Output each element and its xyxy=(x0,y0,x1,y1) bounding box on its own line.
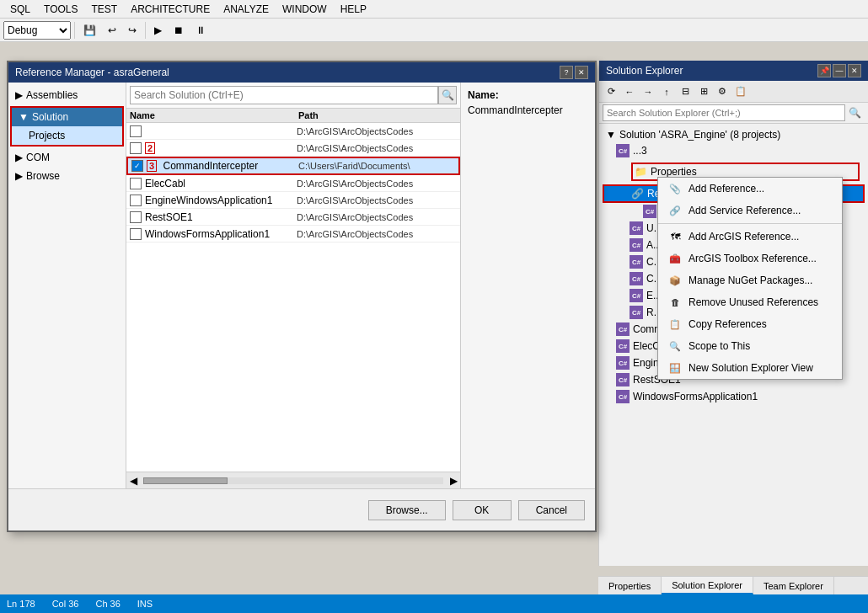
se-collapse-btn[interactable]: ⊟ xyxy=(677,83,694,100)
toolbar-save-btn[interactable]: 💾 xyxy=(78,23,101,38)
se-expand-btn[interactable]: ⊞ xyxy=(695,83,712,100)
ctx-remove-label: Remove Unused References xyxy=(689,296,818,308)
list-item[interactable]: RestSOE1 D:\ArcGIS\ArcObjectsCodes xyxy=(126,209,460,226)
ctx-copy-references[interactable]: 📋 Copy References xyxy=(658,313,842,335)
ref-icon: 🔗 xyxy=(631,188,644,200)
se-solution-label: ▼ Solution 'ASRA_Engine' (8 projects) xyxy=(603,127,865,142)
toolbar-start-btn[interactable]: ▶ xyxy=(149,23,167,38)
se-props-btn[interactable]: ⚙ xyxy=(714,83,731,100)
dialog-help-btn[interactable]: ? xyxy=(560,66,573,79)
search-input[interactable] xyxy=(130,86,438,104)
se-search-input[interactable] xyxy=(603,104,845,121)
search-btn[interactable]: 🔍 xyxy=(438,86,457,104)
menu-help[interactable]: HELP xyxy=(334,2,373,17)
tab-team-explorer[interactable]: Team Explorer xyxy=(753,577,834,594)
scroll-left-btn[interactable]: ◀ xyxy=(126,475,140,487)
toolbar-pause-btn[interactable]: ⏸ xyxy=(190,23,211,38)
ctx-scope-to-this[interactable]: 🔍 Scope to This xyxy=(658,335,842,357)
checkbox-3[interactable] xyxy=(131,160,143,172)
ok-button[interactable]: OK xyxy=(453,500,512,520)
se-winforms-item[interactable]: C# WindowsFormsApplication1 xyxy=(603,388,865,405)
scroll-right-btn[interactable]: ▶ xyxy=(447,475,460,487)
se-tree-item[interactable]: C# ...3 xyxy=(603,142,865,159)
copy-icon: 📋 xyxy=(668,317,682,331)
menu-sql[interactable]: SQL xyxy=(3,2,37,17)
list-item[interactable]: WindowsFormsApplication1 D:\ArcGIS\ArcOb… xyxy=(126,226,460,243)
tab-properties[interactable]: Properties xyxy=(598,577,662,594)
debug-dropdown[interactable]: Debug xyxy=(3,21,71,40)
se-pin-btn[interactable]: 📌 xyxy=(817,64,831,77)
status-ch: Ch 36 xyxy=(95,599,120,609)
nav-solution[interactable]: ▼ Solution xyxy=(12,108,122,126)
item-path-3: C:\Users\Farid\Documents\ xyxy=(298,161,455,171)
se-toolbar: ⟳ ← → ↑ ⊟ ⊞ ⚙ 📋 xyxy=(599,81,868,103)
cs-icon: C# xyxy=(630,255,643,269)
ctx-add-service-reference[interactable]: 🔗 Add Service Reference... xyxy=(658,200,842,221)
ctx-add-arcgis-reference[interactable]: 🗺 Add ArcGIS Reference... xyxy=(658,226,842,248)
toolbar-stop-btn[interactable]: ⏹ xyxy=(169,23,189,38)
checkbox-2[interactable] xyxy=(130,142,142,154)
scroll-thumb[interactable] xyxy=(143,477,228,484)
list-item[interactable]: 2 D:\ArcGIS\ArcObjectsCodes xyxy=(126,140,460,157)
checkbox-1[interactable] xyxy=(130,125,142,137)
remove-icon: 🗑 xyxy=(668,296,682,309)
tab-solution-explorer[interactable]: Solution Explorer xyxy=(662,577,753,594)
list-item[interactable]: EngineWindowsApplication1 D:\ArcGIS\ArcO… xyxy=(126,192,460,209)
se-back-btn[interactable]: ← xyxy=(621,83,638,100)
se-minimize-btn[interactable]: — xyxy=(833,64,846,77)
cs-icon: C# xyxy=(630,289,643,302)
item-path-4: D:\ArcGIS\ArcObjectsCodes xyxy=(297,179,457,189)
tab-properties-label: Properties xyxy=(608,581,651,591)
content-panel: 🔍 Name Path D:\ArcGIS\ArcObjectsCodes 2 … xyxy=(126,83,460,488)
tab-solution-explorer-label: Solution Explorer xyxy=(672,580,742,590)
toolbar: Debug 💾 ↩ ↪ ▶ ⏹ ⏸ xyxy=(0,19,868,42)
item-path-1: D:\ArcGIS\ArcObjectsCodes xyxy=(297,126,457,136)
cs-icon: C# xyxy=(616,356,630,370)
se-copy-btn[interactable]: 📋 xyxy=(732,83,749,100)
list-item-highlighted[interactable]: 3 CommandIntercepter C:\Users\Farid\Docu… xyxy=(126,157,460,175)
cs-icon: C# xyxy=(630,306,643,319)
ctx-remove-unused[interactable]: 🗑 Remove Unused References xyxy=(658,291,842,313)
nav-projects[interactable]: Projects xyxy=(12,126,122,145)
se-forward-btn[interactable]: → xyxy=(640,83,656,100)
browse-button[interactable]: Browse... xyxy=(368,500,446,520)
nav-panel: ▶ Assemblies ▼ Solution Projects ▶ COM ▶… xyxy=(8,83,126,488)
dialog-title-controls: ? ✕ xyxy=(560,66,588,79)
menu-tools[interactable]: TOOLS xyxy=(37,2,84,17)
menu-analyze[interactable]: ANALYZE xyxy=(217,2,276,17)
ctx-nuget[interactable]: 📦 Manage NuGet Packages... xyxy=(658,269,842,291)
checkbox-5[interactable] xyxy=(130,195,142,206)
se-close-btn[interactable]: ✕ xyxy=(848,64,861,77)
toolbar-redo-btn[interactable]: ↪ xyxy=(123,23,142,38)
se-search-icon: 🔍 xyxy=(845,107,865,119)
toolbar-separator-2 xyxy=(145,22,146,39)
scope-icon: 🔍 xyxy=(668,339,682,353)
cancel-button[interactable]: Cancel xyxy=(518,500,585,520)
ctx-add-reference[interactable]: 📎 Add Reference... xyxy=(658,178,842,200)
nav-com[interactable]: ▶ COM xyxy=(8,148,126,167)
h-scrollbar[interactable]: ◀ ▶ xyxy=(126,472,460,488)
checkbox-4[interactable] xyxy=(130,178,142,189)
nav-browse[interactable]: ▶ Browse xyxy=(8,167,126,185)
toolbar-undo-btn[interactable]: ↩ xyxy=(103,23,121,38)
checkbox-7[interactable] xyxy=(130,228,142,240)
se-up-btn[interactable]: ↑ xyxy=(658,83,675,100)
list-item[interactable]: D:\ArcGIS\ArcObjectsCodes xyxy=(126,123,460,140)
dialog-close-btn[interactable]: ✕ xyxy=(575,66,588,79)
menu-architecture[interactable]: ARCHITECTURE xyxy=(124,2,217,17)
nav-assemblies[interactable]: ▶ Assemblies xyxy=(8,86,126,104)
se-sync-btn[interactable]: ⟳ xyxy=(603,83,619,100)
ctx-add-service-label: Add Service Reference... xyxy=(689,205,801,216)
menu-window[interactable]: WINDOW xyxy=(276,2,334,17)
menu-test[interactable]: TEST xyxy=(84,2,124,17)
checkbox-6[interactable] xyxy=(130,211,142,223)
ctx-arcgis-toolbox[interactable]: 🧰 ArcGIS Toolbox Reference... xyxy=(658,248,842,269)
context-menu: 📎 Add Reference... 🔗 Add Service Referen… xyxy=(657,177,843,380)
ctx-separator-1 xyxy=(658,223,842,224)
ctx-new-solution-view[interactable]: 🪟 New Solution Explorer View xyxy=(658,357,842,379)
list-item[interactable]: ElecCabl D:\ArcGIS\ArcObjectsCodes xyxy=(126,175,460,192)
item-path-6: D:\ArcGIS\ArcObjectsCodes xyxy=(297,212,457,222)
item-path-7: D:\ArcGIS\ArcObjectsCodes xyxy=(297,229,457,239)
ctx-arcgis-label: Add ArcGIS Reference... xyxy=(689,231,799,243)
list-header: Name Path xyxy=(126,109,460,123)
